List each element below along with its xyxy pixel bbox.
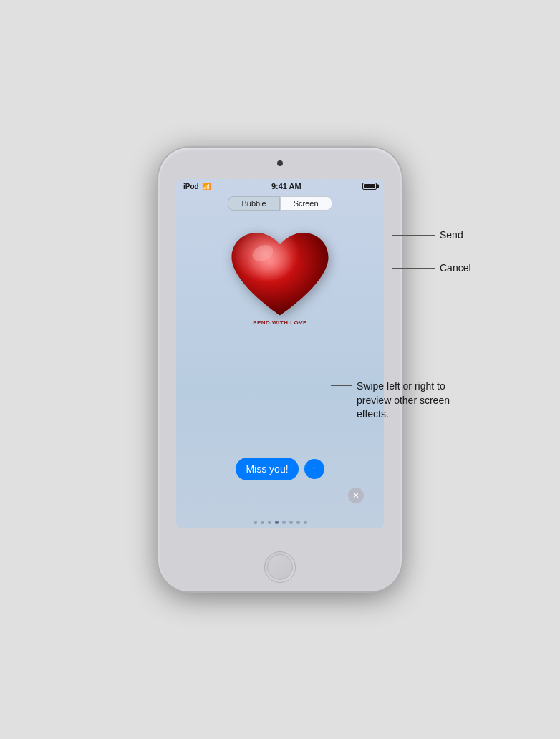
ipod-device: iPod 📶 9:41 AM Bubble Screen	[158, 148, 402, 591]
dot-4-active	[275, 521, 279, 524]
tab-bubble[interactable]: Bubble	[228, 196, 279, 211]
callout-cancel-label: Cancel	[440, 262, 471, 274]
callout-swipe-label: Swipe left or right to preview other scr…	[357, 380, 471, 422]
status-left: iPod 📶	[183, 183, 211, 190]
heart-animation	[223, 222, 337, 329]
preview-area: SEND WITH LOVE Miss you! ↑ ✕	[176, 215, 384, 515]
send-button[interactable]: ↑	[304, 459, 324, 479]
home-button-inner	[267, 554, 293, 580]
status-right	[362, 183, 377, 190]
device-screen: iPod 📶 9:41 AM Bubble Screen	[176, 179, 384, 528]
cancel-button[interactable]: ✕	[348, 488, 364, 503]
callout-cancel: Cancel	[392, 262, 471, 274]
status-time: 9:41 AM	[271, 182, 301, 190]
callout-swipe: Swipe left or right to preview other scr…	[331, 380, 471, 422]
dot-7	[296, 521, 300, 524]
tab-screen[interactable]: Screen	[280, 196, 332, 211]
dot-6	[289, 521, 293, 524]
dot-8	[304, 521, 307, 524]
dot-5	[282, 521, 286, 524]
send-with-love-label: SEND WITH LOVE	[253, 319, 307, 326]
dot-1	[254, 521, 257, 524]
callout-swipe-line	[331, 385, 352, 386]
battery-icon	[362, 183, 377, 190]
tab-bar: Bubble Screen	[176, 193, 384, 213]
page-dots	[176, 515, 384, 528]
callout-send: Send	[392, 229, 463, 241]
front-camera-icon	[277, 160, 283, 166]
home-button[interactable]	[264, 551, 296, 583]
cancel-row: ✕	[176, 488, 384, 503]
dot-3	[268, 521, 271, 524]
callout-cancel-line	[392, 268, 435, 269]
callout-send-line	[392, 235, 435, 236]
battery-fill	[364, 184, 375, 188]
dot-2	[261, 521, 264, 524]
send-arrow-icon: ↑	[312, 463, 317, 475]
bubble-send-row: Miss you! ↑	[236, 458, 324, 480]
cancel-x-icon: ✕	[352, 491, 359, 500]
status-bar: iPod 📶 9:41 AM	[176, 179, 384, 192]
carrier-label: iPod	[183, 183, 199, 190]
scene: iPod 📶 9:41 AM Bubble Screen	[0, 0, 560, 739]
wifi-icon: 📶	[202, 183, 211, 190]
callout-send-label: Send	[440, 229, 463, 241]
heart-svg	[226, 226, 334, 326]
message-bubble: Miss you!	[236, 458, 298, 480]
